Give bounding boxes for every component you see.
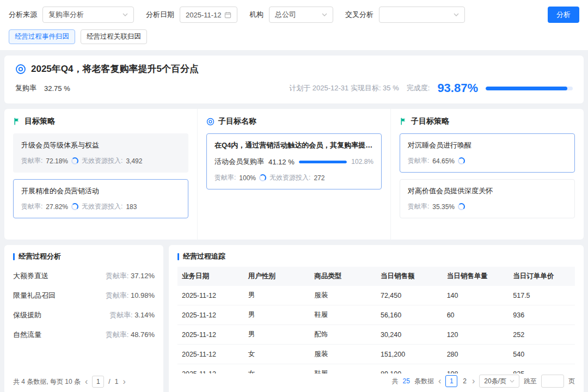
table-row: 2025-11-12 女 鞋履 89,100 108 825 xyxy=(177,364,575,374)
list-item[interactable]: 限量礼品召回 贡献率: 10.98% xyxy=(13,291,155,301)
next-page-icon[interactable]: › xyxy=(472,377,475,385)
subgoal-progress-fill xyxy=(299,161,347,163)
total-pages: 1 xyxy=(115,378,119,385)
strategy-panel: 目标策略 升级会员等级体系与权益 贡献率: 72.18% 无效资源投入: 3,4… xyxy=(4,109,584,240)
table-cell: 2025-11-12 xyxy=(177,325,244,345)
table-cell: 89,100 xyxy=(376,364,443,374)
prev-page-icon[interactable]: ‹ xyxy=(85,377,88,386)
subgoal-card[interactable]: 在Q4内，通过营销活动触达的会员，其复购率提升… 活动会员复购率 41.12 %… xyxy=(206,133,382,189)
process-name: 限量礼品召回 xyxy=(13,291,56,301)
strategy-card-title: 升级会员等级体系与权益 xyxy=(21,140,180,150)
contribution-donut-icon xyxy=(458,157,465,164)
rate-label: 贡献率: xyxy=(109,311,133,319)
table-cell: 56,160 xyxy=(376,305,443,325)
date-picker[interactable]: 2025-11-12 xyxy=(180,7,237,23)
subgoal-progress-value: 102.8% xyxy=(351,158,373,166)
invalid-value: 3,492 xyxy=(126,157,142,165)
substrategy-card[interactable]: 对沉睡会员进行唤醒 贡献率: 64.65% xyxy=(400,133,575,173)
table-cell: 男 xyxy=(244,325,310,345)
table-row: 2025-11-12 男 鞋履 56,160 60 936 xyxy=(177,305,575,325)
table-cell: 配饰 xyxy=(310,325,376,345)
process-rate: 贡献率: 3.14% xyxy=(109,310,155,320)
table-cell: 2025-11-12 xyxy=(177,364,244,374)
completion-value: 93.87% xyxy=(437,81,478,95)
date-filter-group: 分析日期 2025-11-12 xyxy=(146,7,237,23)
prev-page-icon[interactable]: ‹ xyxy=(438,377,441,385)
table-cell: 151,200 xyxy=(376,345,443,364)
rate-label: 贡献率: xyxy=(106,330,129,339)
date-filter-label: 分析日期 xyxy=(146,10,174,20)
table-cell: 2025-11-12 xyxy=(177,305,244,325)
list-item[interactable]: 大额券直送 贡献率: 37.12% xyxy=(13,271,155,281)
total-count: 25 xyxy=(403,377,410,385)
table-cell: 825 xyxy=(509,364,575,374)
table-cell: 280 xyxy=(443,345,509,364)
table-row: 2025-11-12 男 配饰 30,240 120 252 xyxy=(177,325,575,345)
cross-analysis-select[interactable] xyxy=(379,7,465,23)
date-picker-value: 2025-11-12 xyxy=(186,11,222,19)
tab-event-attribution[interactable]: 经营过程事件归因 xyxy=(9,29,75,44)
substrategy-card-stats: 贡献率: 64.65% xyxy=(408,156,567,166)
process-rate: 贡献率: 37.12% xyxy=(106,271,155,281)
target-icon xyxy=(206,118,215,126)
substrategy-card[interactable]: 对高价值会员提供深度关怀 贡献率: 35.35% xyxy=(400,179,575,218)
table-cell: 60 xyxy=(443,305,509,325)
list-item[interactable]: 保级援助 贡献率: 3.14% xyxy=(13,310,155,320)
strategy-card-title: 开展精准的会员营销活动 xyxy=(21,186,180,196)
table-cell: 936 xyxy=(509,305,575,325)
invalid-label: 无效资源投入: xyxy=(270,173,310,182)
invalid-label: 无效资源投入: xyxy=(82,156,122,166)
process-analysis-pagination: 共 4 条数据, 每页 10 条 ‹ 1 / 1 › xyxy=(13,376,155,388)
rate-value: 27.82% xyxy=(46,203,68,211)
table-cell: 鞋履 xyxy=(310,305,376,325)
table-cell: 140 xyxy=(443,286,509,305)
repurchase-rate-value: 32.75 % xyxy=(44,84,70,93)
goal-metrics-row: 复购率 32.75 % 计划于 2025-12-31 实现目标: 35 % 完成… xyxy=(15,81,573,95)
rate-value: 35.35% xyxy=(432,203,455,211)
rate-label: 贡献率: xyxy=(106,272,129,280)
cross-filter-label: 交叉分析 xyxy=(345,10,373,20)
subgoal-header: 子目标名称 xyxy=(206,117,382,126)
table-cell: 服装 xyxy=(310,286,376,305)
page-separator: / xyxy=(108,378,110,385)
subgoal-card-stats: 贡献率: 100% 无效资源投入: 272 xyxy=(215,173,373,182)
strategy-card-stats: 贡献率: 27.82% 无效资源投入: 183 xyxy=(21,202,180,211)
process-analysis-panel: 经营过程分析 大额券直送 贡献率: 37.12% 限量礼品召回 贡献率: 10.… xyxy=(4,245,163,392)
rate-value: 72.18% xyxy=(46,157,68,165)
rate-value: 3.14% xyxy=(134,311,155,319)
source-select[interactable]: 复购率分析 xyxy=(42,7,134,23)
rate-value: 100% xyxy=(239,174,256,182)
list-item[interactable]: 自然流量 贡献率: 48.76% xyxy=(13,330,155,340)
analyze-button[interactable]: 分析 xyxy=(548,7,579,23)
subgoal-card-title: 在Q4内，通过营销活动触达的会员，其复购率提升… xyxy=(215,140,373,150)
invalid-value: 272 xyxy=(314,174,324,182)
main-content: 2025年Q4，将老客复购率提升5个百分点 复购率 32.75 % 计划于 20… xyxy=(0,50,588,392)
chevron-down-icon xyxy=(322,13,327,16)
source-filter-group: 分析来源 复购率分析 xyxy=(9,7,134,23)
table-cell: 252 xyxy=(509,325,575,345)
completion-progress-bar xyxy=(486,87,573,90)
chevron-down-icon xyxy=(122,13,128,16)
jump-page-input[interactable] xyxy=(541,375,564,388)
strategy-card[interactable]: 升级会员等级体系与权益 贡献率: 72.18% 无效资源投入: 3,492 xyxy=(13,133,188,173)
chevron-down-icon xyxy=(510,379,514,383)
source-filter-label: 分析来源 xyxy=(9,10,37,20)
strategy-card[interactable]: 开展精准的会员营销活动 贡献率: 27.82% 无效资源投入: 183 xyxy=(13,179,188,218)
process-name: 自然流量 xyxy=(13,330,41,340)
repurchase-rate-metric: 复购率 32.75 % xyxy=(15,83,70,93)
calendar-icon xyxy=(224,11,231,19)
column-header: 当日销售单量 xyxy=(443,267,509,286)
tab-relation-attribution[interactable]: 经营过程关联归因 xyxy=(81,29,147,44)
contribution-donut-icon xyxy=(259,174,266,181)
page-number-2[interactable]: 2 xyxy=(462,377,468,385)
org-select[interactable]: 总公司 xyxy=(269,7,333,23)
org-filter-group: 机构 总公司 xyxy=(249,7,333,23)
page-number[interactable]: 1 xyxy=(92,376,104,388)
bottom-section: 经营过程分析 大额券直送 贡献率: 37.12% 限量礼品召回 贡献率: 10.… xyxy=(4,245,584,392)
page-size-select[interactable]: 20条/页 xyxy=(479,375,519,388)
completion-progress-fill xyxy=(486,87,567,90)
next-page-icon[interactable]: › xyxy=(122,377,125,386)
page-number-1[interactable]: 1 xyxy=(445,375,457,387)
rate-label: 贡献率: xyxy=(21,156,42,166)
substrategy-card-title: 对沉睡会员进行唤醒 xyxy=(408,140,567,150)
